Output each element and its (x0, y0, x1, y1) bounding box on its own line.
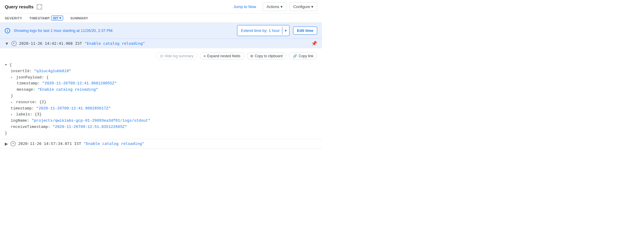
insert-id-row: insertId: "q3iuc4g1ubb8l8" (11, 68, 317, 75)
labels-val: {3} (35, 112, 41, 117)
info-bar: i Showing logs for last 1 hour starting … (0, 23, 322, 39)
json-open-brace: ▾ { (5, 62, 317, 68)
extend-time-chevron-icon[interactable]: ▾ (282, 27, 289, 34)
hide-summary-button[interactable]: ⊟ Hide log summary (156, 52, 197, 60)
timezone-badge[interactable]: IST ▾ (51, 16, 63, 21)
extend-time-button[interactable]: Extend time by: 1 hour ▾ (237, 25, 290, 36)
timezone-label: IST (53, 16, 58, 20)
timestamp-column-area: TIMESTAMP IST ▾ (29, 16, 63, 21)
log-entry-1-body: ⊟ Hide log summary ≡ Expand nested field… (0, 48, 322, 139)
copy-clipboard-button[interactable]: ⧉ Copy to clipboard (247, 52, 286, 60)
pin-icon[interactable]: 📌 (311, 41, 317, 46)
timestamp-column-header: TIMESTAMP (29, 16, 49, 20)
header: Query results ⛶ Jump to Now Actions ▾ Co… (0, 0, 322, 14)
logname-key: logName: (11, 118, 29, 123)
actions-label: Actions (267, 4, 279, 9)
expand-nested-icon: ≡ (204, 54, 206, 58)
log-entry-2-summary: "Enable catalog reloading" (83, 141, 144, 146)
msg-val: "Enable catalog reloading" (38, 87, 98, 92)
timezone-chevron-icon: ▾ (59, 16, 61, 20)
resource-val: {2} (39, 100, 46, 104)
ts-val: "2020-11-26T09:12:41.968120055Z" (42, 81, 117, 86)
hide-summary-label: Hide log summary (165, 54, 193, 58)
copy-link-button[interactable]: 🔗 Copy link (289, 52, 317, 60)
json-payload-key: jsonPayload: (16, 75, 44, 80)
json-close-brace: } (5, 130, 317, 137)
log-entry-1-summary: "Enable catalog reloading" (84, 41, 145, 46)
log-toolbar: ⊟ Hide log summary ≡ Expand nested field… (5, 51, 317, 62)
logname-val: "projects/qwiklabs-gcp-01-29893ea3df01/l… (32, 118, 150, 123)
log-entry-2-timestamp: 2020-11-26 14:57:34.071 IST (18, 141, 81, 146)
log-entry-1-timestamp: 2020-11-26 14:42:41.968 IST (19, 41, 82, 46)
hide-summary-icon: ⊟ (160, 54, 163, 58)
copy-link-icon: 🔗 (293, 54, 297, 58)
log-entry-1-collapse-button[interactable]: ▼ (5, 41, 9, 46)
timestamp-row: timestamp: "2020-11-26T09:12:41.96828561… (11, 106, 317, 112)
edit-time-button[interactable]: Edit time (293, 27, 317, 35)
summary-column-header: SUMMARY (70, 16, 88, 20)
configure-label: Configure (293, 4, 310, 9)
header-right: Jump to Now Actions ▾ Configure ▾ (230, 2, 317, 11)
log-entry-2: ▶ ✱ 2020-11-26 14:57:34.071 IST "Enable … (0, 139, 322, 148)
actions-chevron-icon: ▾ (281, 4, 283, 9)
resource-row: ▸ resource: {2} (11, 99, 317, 106)
info-bar-text: Showing logs for last 1 hour starting at… (14, 28, 233, 33)
extend-time-label: Extend time by: 1 hour (241, 28, 282, 33)
column-headers: SEVERITY TIMESTAMP IST ▾ SUMMARY (0, 14, 322, 23)
json-payload-open: { (46, 75, 49, 80)
log-entry-2-severity-icon: ✱ (10, 141, 16, 146)
timestamp-key: timestamp: (11, 106, 34, 111)
receive-ts-key: receiveTimestamp: (11, 125, 50, 129)
copy-clipboard-label: Copy to clipboard (255, 54, 282, 58)
jump-to-now-button[interactable]: Jump to Now (230, 3, 260, 11)
msg-row: message: "Enable catalog reloading" (17, 87, 317, 93)
labels-key: labels: (16, 112, 32, 117)
receive-ts-row: receiveTimestamp: "2020-11-26T09:12:51.0… (11, 124, 317, 130)
timestamp-val: "2020-11-26T09:12:41.968285617Z" (36, 106, 111, 111)
resource-key: resource: (16, 100, 37, 104)
log-severity-icon: ✱ (11, 41, 17, 46)
configure-button[interactable]: Configure ▾ (290, 2, 317, 11)
info-icon: i (5, 28, 10, 33)
ts-key: timestamp: (17, 81, 40, 86)
actions-button[interactable]: Actions ▾ (263, 2, 287, 11)
copy-clipboard-icon: ⧉ (250, 54, 253, 58)
json-payload-row: ▾ jsonPayload: { (11, 75, 317, 81)
expand-nested-button[interactable]: ≡ Expand nested fields (200, 52, 244, 60)
logname-row: logName: "projects/qwiklabs-gcp-01-29893… (11, 118, 317, 124)
ts-row: timestamp: "2020-11-26T09:12:41.96812005… (17, 81, 317, 87)
copy-link-label: Copy link (299, 54, 313, 58)
labels-arrow[interactable]: ▸ (11, 113, 13, 116)
header-left: Query results ⛶ (5, 4, 42, 10)
expand-icon[interactable]: ⛶ (37, 4, 42, 10)
severity-column-header: SEVERITY (5, 16, 22, 20)
json-view: ▾ { insertId: "q3iuc4g1ubb8l8" ▾ jsonPay… (5, 62, 317, 137)
insert-id-val: "q3iuc4g1ubb8l8" (34, 69, 71, 73)
json-payload-arrow[interactable]: ▾ (11, 76, 13, 79)
log-entry-2-expand-button[interactable]: ▶ (5, 141, 8, 146)
page-title: Query results (5, 4, 34, 9)
receive-ts-val: "2020-11-26T09:12:51.035122685Z" (52, 125, 127, 129)
log-entry-1-header: ▼ ✱ 2020-11-26 14:42:41.968 IST "Enable … (0, 39, 322, 48)
msg-key: message: (17, 87, 35, 92)
resource-arrow[interactable]: ▸ (11, 101, 13, 104)
configure-chevron-icon: ▾ (311, 4, 313, 9)
expand-nested-label: Expand nested fields (207, 54, 240, 58)
json-payload-close: } (11, 93, 317, 99)
labels-row: ▸ labels: {3} (11, 112, 317, 118)
insert-id-key: insertId: (11, 69, 32, 73)
